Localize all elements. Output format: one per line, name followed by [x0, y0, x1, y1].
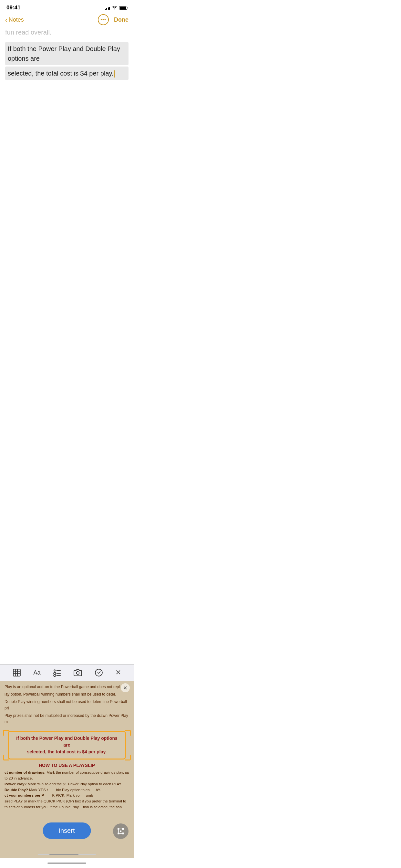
nav-right-actions: ••• Done [98, 14, 128, 25]
note-selected-line2: selected, the total cost is $4 per play. [8, 70, 115, 77]
status-icons [105, 5, 127, 10]
text-cursor [114, 70, 115, 78]
note-selected-block-2: selected, the total cost is $4 per play. [5, 66, 128, 80]
note-selected-block: If both the Power Play and Double Play o… [5, 42, 128, 65]
back-button[interactable]: ‹ Notes [5, 16, 24, 24]
battery-icon [119, 6, 127, 10]
wifi-icon [112, 5, 117, 10]
signal-icon [105, 6, 111, 10]
done-button[interactable]: Done [114, 17, 128, 23]
chevron-left-icon: ‹ [5, 16, 7, 24]
status-bar: 09:41 [0, 0, 134, 13]
back-label: Notes [9, 17, 24, 23]
status-time: 09:41 [6, 4, 20, 11]
note-content-area[interactable]: fun read overall. If both the Power Play… [0, 28, 134, 196]
nav-bar: ‹ Notes ••• Done [0, 13, 134, 28]
note-faded-text: fun read overall. [5, 28, 128, 37]
ellipsis-icon: ••• [100, 18, 106, 22]
more-button[interactable]: ••• [98, 14, 109, 25]
note-selected-line1: If both the Power Play and Double Play o… [8, 44, 126, 63]
